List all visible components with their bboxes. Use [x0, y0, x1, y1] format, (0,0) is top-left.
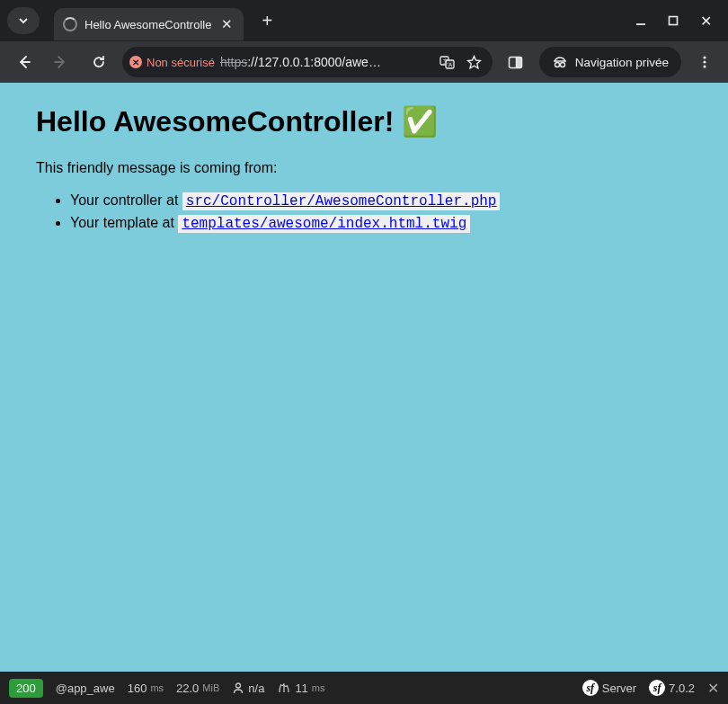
tab-close-button[interactable]: ✕: [218, 16, 235, 32]
close-toolbar-button[interactable]: ✕: [707, 680, 719, 697]
reload-button[interactable]: [84, 48, 113, 76]
info-list: Your controller at src/Controller/Awesom…: [36, 192, 692, 232]
close-window-button[interactable]: ✕: [697, 13, 714, 29]
http-status-badge[interactable]: 200: [9, 679, 43, 698]
svg-text:A: A: [448, 62, 452, 67]
memory-usage[interactable]: 22.0 MiB: [176, 682, 219, 695]
browser-title-bar: Hello AwesomeControlle ✕ + ✕: [0, 0, 728, 41]
symfony-version[interactable]: sf 7.0.2: [649, 680, 695, 696]
page-content: Hello AwesomeController! ✅ This friendly…: [0, 83, 728, 672]
list-item-prefix: Your template at: [70, 215, 178, 230]
loading-favicon-icon: [63, 17, 77, 31]
tab-title: Hello AwesomeControlle: [84, 18, 211, 31]
user-icon: [232, 682, 244, 694]
symfony-icon: sf: [649, 680, 665, 696]
incognito-label: Navigation privée: [575, 56, 669, 69]
list-item-prefix: Your controller at: [70, 192, 182, 208]
controller-path-link[interactable]: src/Controller/AwesomeController.php: [182, 192, 501, 210]
svg-point-14: [703, 65, 706, 67]
route-name[interactable]: @app_awe: [56, 682, 115, 695]
svg-point-15: [236, 683, 241, 688]
translate-button[interactable]: 文A: [437, 51, 458, 73]
back-button[interactable]: [9, 48, 38, 76]
symfony-debug-toolbar: 200 @app_awe 160 ms 22.0 MiB n/a 11 ms s…: [0, 672, 728, 704]
minimize-button[interactable]: [633, 13, 649, 29]
incognito-icon: [552, 54, 568, 70]
arrow-right-icon: [53, 54, 69, 70]
new-tab-button[interactable]: +: [254, 8, 280, 33]
svg-rect-8: [517, 57, 522, 67]
svg-point-12: [703, 56, 706, 58]
translate-icon: 文A: [439, 55, 455, 70]
insecure-icon: ✕: [129, 56, 142, 68]
bookmark-button[interactable]: [464, 51, 485, 73]
template-path-link[interactable]: templates/awesome/index.html.twig: [178, 215, 470, 233]
chevron-down-icon: [18, 15, 29, 26]
url-text: https://127.0.0.1:8000/awe…: [220, 55, 431, 69]
forward-button[interactable]: [47, 48, 75, 76]
page-intro: This friendly message is coming from:: [36, 160, 692, 176]
request-time[interactable]: 160 ms: [128, 682, 164, 695]
svg-point-9: [555, 63, 559, 67]
search-tabs-dropdown[interactable]: [7, 7, 40, 34]
page-heading: Hello AwesomeController! ✅: [36, 104, 692, 138]
list-item: Your controller at src/Controller/Awesom…: [70, 192, 692, 209]
incognito-indicator[interactable]: Navigation privée: [539, 47, 681, 77]
twig-icon: [277, 682, 291, 694]
address-bar[interactable]: ✕ Non sécurisé https://127.0.0.1:8000/aw…: [122, 47, 493, 77]
reload-icon: [91, 54, 107, 70]
browser-toolbar: ✕ Non sécurisé https://127.0.0.1:8000/aw…: [0, 41, 728, 83]
insecure-label: Non sécurisé: [146, 56, 215, 69]
server-panel[interactable]: sf Server: [582, 680, 636, 696]
side-panel-button[interactable]: [502, 48, 530, 76]
menu-button[interactable]: [690, 48, 719, 76]
window-controls: ✕: [633, 13, 721, 29]
security-badge[interactable]: ✕ Non sécurisé: [129, 56, 215, 69]
symfony-icon: sf: [582, 680, 599, 696]
star-icon: [466, 55, 482, 70]
maximize-button[interactable]: [665, 13, 681, 29]
svg-rect-1: [670, 17, 678, 25]
list-item: Your template at templates/awesome/index…: [70, 215, 692, 232]
svg-point-13: [703, 60, 706, 63]
side-panel-icon: [508, 55, 523, 70]
twig-panel[interactable]: 11 ms: [277, 682, 324, 695]
svg-point-10: [560, 63, 564, 67]
kebab-menu-icon: [697, 55, 712, 69]
browser-tab[interactable]: Hello AwesomeControlle ✕: [54, 8, 244, 40]
arrow-left-icon: [15, 54, 31, 70]
user-panel[interactable]: n/a: [232, 682, 264, 695]
